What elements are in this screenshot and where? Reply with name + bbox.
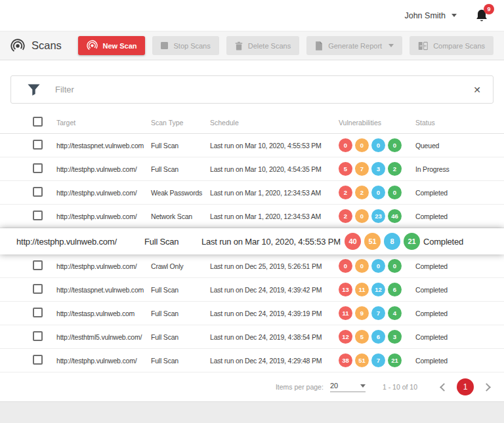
compare-scans-button[interactable]: Compare Scans (410, 36, 494, 55)
column-header-vulnerabilities[interactable]: Vulnerabilities (339, 119, 415, 127)
vuln-badge-informational: 46 (388, 209, 402, 223)
row-schedule: Last run on Mar 1, 2020, 12:34:53 AM (210, 189, 339, 197)
row-vulnerabilities: 0000 (339, 259, 415, 273)
row-vulnerabilities: 5732 (339, 162, 415, 176)
column-header-status[interactable]: Status (415, 119, 494, 127)
vuln-badge-high: 13 (339, 283, 352, 296)
delete-scans-label: Delete Scans (248, 42, 291, 50)
filter-input[interactable]: Filter (55, 85, 459, 94)
row-target: http://testphp.vulnweb.com/ (16, 237, 144, 247)
chevron-down-icon (388, 44, 394, 47)
delete-scans-button[interactable]: Delete Scans (226, 36, 299, 55)
generate-report-button[interactable]: Generate Report (306, 36, 402, 55)
bottom-strip (0, 401, 504, 423)
row-schedule: Last run on Dec 24, 2019, 4:29:48 PM (210, 357, 339, 365)
document-icon (315, 41, 323, 50)
filter-bar[interactable]: Filter ✕ (10, 75, 494, 104)
table-row[interactable]: http://testasp.vulnweb.comFull ScanLast … (0, 302, 504, 325)
column-header-schedule[interactable]: Schedule (210, 119, 339, 127)
next-page-button[interactable] (482, 383, 491, 392)
table-row[interactable]: http://testhtml5.vulnweb.com/Full ScanLa… (0, 325, 504, 349)
chevron-down-icon (360, 384, 366, 388)
topbar: John Smith 9 (0, 0, 504, 31)
vuln-badge-low: 7 (371, 353, 385, 367)
row-checkbox[interactable] (33, 331, 43, 341)
row-checkbox[interactable] (33, 211, 43, 220)
vuln-badge-medium: 11 (355, 283, 369, 296)
stop-scans-button[interactable]: Stop Scans (152, 36, 219, 55)
select-all-checkbox[interactable] (33, 117, 43, 127)
column-header-scan-type[interactable]: Scan Type (151, 119, 210, 127)
row-schedule: Last run on Mar 1, 2020, 12:34:53 AM (210, 212, 339, 220)
row-vulnerabilities: 11974 (339, 306, 415, 320)
row-checkbox-cell (33, 163, 56, 174)
scans-icon (10, 39, 25, 53)
stop-icon (161, 42, 168, 49)
row-status: Completed (415, 189, 494, 197)
row-checkbox-cell (33, 308, 56, 319)
row-vulnerabilities: 1311126 (339, 283, 415, 296)
clear-filter-button[interactable]: ✕ (473, 85, 481, 95)
notifications-button[interactable]: 9 (475, 9, 488, 23)
items-per-page-select[interactable]: 20 (330, 382, 366, 392)
row-checkbox[interactable] (33, 187, 43, 197)
table-header: Target Scan Type Schedule Vulnerabilitie… (0, 111, 504, 134)
row-checkbox[interactable] (33, 355, 43, 365)
user-name: John Smith (404, 11, 446, 20)
app-root: John Smith 9 Scans (0, 0, 504, 423)
row-scan-type: Full Scan (151, 286, 210, 294)
vuln-badge-low: 0 (371, 259, 385, 273)
table-row[interactable]: http://testphp.vulnweb.com/Weak Password… (0, 181, 504, 205)
row-scan-type: Crawl Only (151, 262, 210, 270)
row-status: Completed (415, 310, 494, 317)
previous-page-button[interactable] (440, 383, 448, 392)
row-scan-type: Full Scan (151, 310, 210, 317)
row-vulnerabilities: 202346 (339, 209, 415, 223)
vuln-badge-medium: 0 (355, 259, 369, 273)
row-status: Completed (415, 262, 494, 270)
table-row[interactable]: http://testaspnet.vulnweb.comFull ScanLa… (0, 134, 504, 157)
row-schedule: Last run on Dec 24, 2019, 4:39:42 PM (210, 286, 339, 294)
new-scan-button[interactable]: New Scan (78, 36, 146, 55)
row-vulnerabilities: 2200 (339, 186, 415, 199)
current-page-button[interactable]: 1 (457, 378, 474, 395)
compare-icon (418, 41, 428, 50)
row-status: Completed (415, 357, 494, 365)
table-row[interactable]: http://testphp.vulnweb.com/Crawl OnlyLas… (0, 254, 504, 278)
vuln-badge-low: 0 (371, 186, 385, 199)
row-status: Completed (423, 237, 494, 247)
user-menu[interactable]: John Smith (404, 11, 457, 20)
row-vulnerabilities: 12563 (339, 330, 415, 344)
row-schedule: Last run on Dec 24, 2019, 4:38:54 PM (210, 333, 339, 341)
table-row[interactable]: http://testphp.vulnweb.com/Network ScanL… (0, 205, 504, 228)
row-target: http://testphp.vulnweb.com/ (56, 212, 151, 220)
row-checkbox[interactable] (33, 284, 43, 294)
row-checkbox[interactable] (33, 308, 43, 317)
row-target: http://testphp.vulnweb.com/ (56, 262, 151, 270)
row-scan-type: Full Scan (151, 165, 210, 173)
vuln-badge-medium: 9 (355, 306, 369, 320)
table-row[interactable]: http://testaspnet.vulnweb.comFull ScanLa… (0, 278, 504, 302)
toolbar-buttons: New Scan Stop Scans Delete Scans (78, 36, 494, 55)
column-header-target[interactable]: Target (56, 119, 151, 127)
row-checkbox[interactable] (33, 260, 43, 270)
row-scan-type: Full Scan (151, 357, 210, 365)
row-vulnerabilities: 3851721 (339, 353, 415, 367)
row-status: Completed (415, 212, 494, 220)
items-per-page-label: Items per page: (276, 383, 324, 391)
vuln-badge-informational: 0 (388, 186, 402, 199)
vuln-badge-low: 12 (371, 283, 385, 296)
vuln-badge-informational: 0 (388, 259, 402, 273)
vuln-badge-high: 0 (339, 259, 352, 273)
pagination: Items per page: 20 1 - 10 of 10 1 (0, 373, 504, 401)
row-target: http://testaspnet.vulnweb.com (56, 286, 151, 294)
row-checkbox[interactable] (33, 140, 43, 150)
row-status: In Progress (415, 165, 494, 173)
row-checkbox[interactable] (33, 163, 43, 173)
table-row-highlighted[interactable]: http://testphp.vulnweb.com/Full ScanLast… (0, 228, 504, 254)
vuln-badge-high: 2 (339, 209, 352, 223)
vuln-badge-low: 0 (371, 138, 385, 152)
vuln-badge-low: 6 (371, 330, 385, 344)
table-row[interactable]: http://testphp.vulnweb.com/Full ScanLast… (0, 349, 504, 373)
table-row[interactable]: http://testphp.vulnweb.com/Full ScanLast… (0, 157, 504, 181)
